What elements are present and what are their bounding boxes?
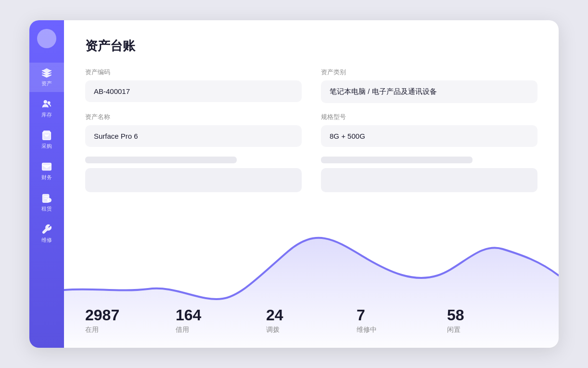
stat-item-transferred: 24 调拨 [266,307,357,334]
svg-point-1 [48,102,50,104]
stat-label-idle: 闲置 [447,326,537,334]
form-grid-row2: 资产名称 Surface Pro 6 规格型号 8G + 500G [85,113,537,147]
mail-icon [41,161,52,172]
form-field-asset-code: 资产编码 AB-400017 [85,68,302,103]
form-field-asset-spec: 规格型号 8G + 500G [321,113,537,147]
field-label-asset-code: 资产编码 [85,68,302,77]
skeleton-value-6 [321,168,537,192]
stat-label-transferred: 调拨 [266,326,357,334]
field-value-asset-spec[interactable]: 8G + 500G [321,125,537,147]
stat-number-transferred: 24 [266,307,357,323]
stat-item-inuse: 2987 在用 [85,307,176,334]
wrench-icon [41,224,52,235]
stat-label-inuse: 在用 [85,326,176,334]
skeleton-label-5 [85,157,237,163]
stat-number-idle: 58 [447,307,537,323]
form-field-asset-category: 资产类别 笔记本电脑 / 电子产品及通讯设备 [321,68,537,103]
sidebar-item-purchase[interactable]: 采购 [29,125,64,155]
app-container: 资产 库存 采购 [29,20,559,348]
svg-point-0 [44,101,47,104]
sidebar-label-inventory: 库存 [41,111,52,118]
sidebar-label-finance: 财务 [41,174,52,181]
stat-number-borrowed: 164 [176,307,266,323]
sidebar-label-maintenance: 维修 [41,237,52,244]
page-title: 资产台账 [85,38,537,54]
skeleton-label-6 [321,157,473,163]
field-value-asset-name[interactable]: Surface Pro 6 [85,125,302,147]
field-value-asset-category[interactable]: 笔记本电脑 / 电子产品及通讯设备 [321,80,537,103]
field-value-asset-code[interactable]: AB-400017 [85,80,302,102]
svg-point-4 [48,198,51,202]
rental-icon [41,193,52,203]
people-icon [41,99,52,109]
field-label-asset-spec: 规格型号 [321,113,537,121]
stat-number-repairing: 7 [357,307,447,323]
skeleton-field-5 [85,157,302,192]
sidebar-item-inventory[interactable]: 库存 [29,94,64,123]
sidebar-item-rental[interactable]: 租赁 [29,188,64,217]
stat-item-idle: 58 闲置 [447,307,537,334]
skeleton-row [85,157,537,192]
field-label-asset-name: 资产名称 [85,113,302,121]
sidebar-item-finance[interactable]: 财务 [29,157,64,186]
form-grid-row1: 资产编码 AB-400017 资产类别 笔记本电脑 / 电子产品及通讯设备 [85,68,537,103]
stat-label-repairing: 维修中 [357,326,447,334]
stats-row: 2987 在用 164 借用 24 调拨 7 维修中 58 闲置 [85,307,537,334]
stat-item-repairing: 7 维修中 [357,307,447,334]
sidebar-nav: 资产 库存 采购 [29,63,64,249]
skeleton-value-5 [85,168,302,192]
stat-item-borrowed: 164 借用 [176,307,266,334]
form-field-asset-name: 资产名称 Surface Pro 6 [85,113,302,147]
sidebar-label-assets: 资产 [41,80,52,87]
sidebar-label-purchase: 采购 [41,143,52,150]
sidebar-label-rental: 租赁 [41,205,52,212]
sidebar-item-maintenance[interactable]: 维修 [29,219,64,249]
cart-icon [41,130,52,141]
field-label-asset-category: 资产类别 [321,68,537,77]
layers-icon [41,67,52,78]
sidebar: 资产 库存 采购 [29,20,64,348]
stat-label-borrowed: 借用 [176,326,266,334]
sidebar-item-assets[interactable]: 资产 [29,63,64,92]
stat-number-inuse: 2987 [85,307,176,323]
skeleton-field-6 [321,157,537,192]
avatar [37,29,56,48]
main-content: 资产台账 资产编码 AB-400017 资产类别 笔记本电脑 / 电子产品及通讯… [64,20,559,348]
